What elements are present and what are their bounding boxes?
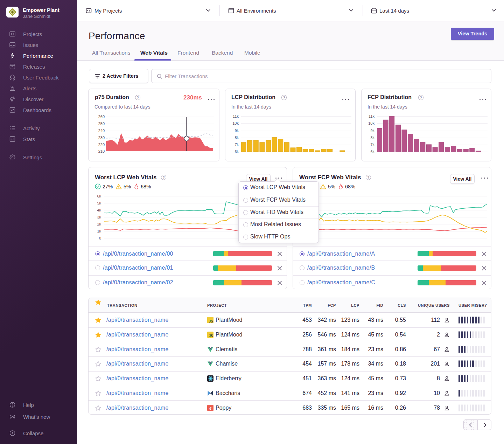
svg-text:e: e (209, 405, 211, 410)
svg-text:JS: JS (209, 334, 214, 338)
svg-text:JS: JS (209, 319, 214, 323)
